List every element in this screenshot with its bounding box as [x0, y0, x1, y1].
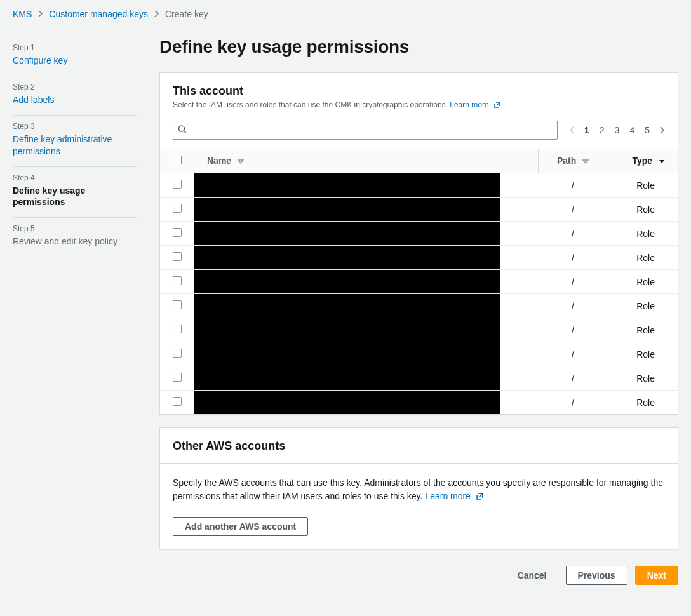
- cell-path: /: [538, 173, 608, 198]
- chevron-right-icon: [38, 9, 43, 19]
- sort-desc-icon: [659, 156, 665, 166]
- table-row: /Role: [160, 198, 678, 222]
- chevron-right-icon: [660, 126, 665, 134]
- page-number[interactable]: 2: [600, 125, 605, 135]
- page-next[interactable]: [660, 126, 665, 134]
- next-button[interactable]: Next: [635, 566, 678, 585]
- this-account-panel: This account Select the IAM users and ro…: [159, 72, 678, 415]
- previous-button[interactable]: Previous: [566, 566, 627, 585]
- cell-name: [194, 342, 538, 366]
- cell-name: [194, 246, 538, 270]
- step-label: Step 2: [13, 83, 137, 91]
- page-prev[interactable]: [569, 126, 574, 134]
- row-checkbox[interactable]: [173, 252, 182, 261]
- wizard-footer: Cancel Previous Next: [159, 562, 678, 594]
- breadcrumb-current: Create key: [165, 9, 208, 19]
- wizard-steps: Step 1 Configure key Step 2 Add labels S…: [13, 25, 137, 613]
- redacted-name: [194, 173, 500, 197]
- cell-path: /: [538, 246, 608, 270]
- row-checkbox[interactable]: [173, 300, 182, 309]
- cell-name: [194, 294, 538, 318]
- cell-type: Role: [608, 270, 678, 294]
- table-row: /Role: [160, 173, 678, 198]
- step-title: Define key administrative permissions: [13, 133, 137, 157]
- breadcrumb-kms[interactable]: KMS: [13, 9, 32, 19]
- select-all-checkbox[interactable]: [173, 156, 182, 164]
- cell-name: [194, 270, 538, 294]
- row-checkbox[interactable]: [173, 373, 182, 382]
- cell-path: /: [538, 270, 608, 294]
- row-checkbox[interactable]: [173, 325, 182, 333]
- row-checkbox[interactable]: [173, 180, 182, 189]
- chevron-left-icon: [569, 126, 574, 134]
- breadcrumb: KMS Customer managed keys Create key: [0, 0, 691, 25]
- search-input-wrap: [173, 121, 558, 140]
- external-link-icon: [493, 101, 501, 110]
- cell-type: Role: [608, 198, 678, 222]
- redacted-name: [194, 366, 500, 390]
- cell-type: Role: [608, 318, 678, 342]
- step-5: Step 5 Review and edit key policy: [13, 218, 137, 257]
- column-path[interactable]: Path: [538, 149, 608, 173]
- cell-path: /: [538, 222, 608, 246]
- table-row: /Role: [160, 294, 678, 318]
- cell-name: [194, 366, 538, 391]
- other-accounts-heading: Other AWS accounts: [173, 439, 665, 453]
- step-4: Step 4 Define key usage permissions: [13, 167, 137, 218]
- step-label: Step 5: [13, 224, 137, 233]
- column-type[interactable]: Type: [608, 149, 678, 173]
- step-title: Add labels: [13, 94, 137, 106]
- table-row: /Role: [160, 318, 678, 342]
- learn-more-link[interactable]: Learn more: [425, 491, 483, 501]
- learn-more-link[interactable]: Learn more: [450, 100, 501, 109]
- row-checkbox[interactable]: [173, 349, 182, 358]
- other-accounts-desc: Specify the AWS accounts that can use th…: [173, 476, 665, 504]
- step-1[interactable]: Step 1 Configure key: [13, 37, 137, 76]
- page-number[interactable]: 4: [629, 125, 634, 135]
- cell-type: Role: [608, 246, 678, 270]
- step-2[interactable]: Step 2 Add labels: [13, 76, 137, 116]
- step-3[interactable]: Step 3 Define key administrative permiss…: [13, 116, 137, 167]
- cancel-button[interactable]: Cancel: [506, 566, 558, 584]
- row-checkbox[interactable]: [173, 228, 182, 237]
- page-number[interactable]: 5: [645, 125, 650, 135]
- cell-type: Role: [608, 366, 678, 391]
- cell-path: /: [538, 294, 608, 318]
- cell-type: Role: [608, 294, 678, 318]
- cell-path: /: [538, 391, 608, 415]
- search-input[interactable]: [173, 121, 558, 140]
- cell-name: [194, 198, 538, 222]
- add-another-account-button[interactable]: Add another AWS account: [173, 517, 308, 536]
- cell-path: /: [538, 342, 608, 366]
- redacted-name: [194, 246, 500, 269]
- page-number[interactable]: 1: [584, 125, 589, 135]
- page-number[interactable]: 3: [615, 125, 620, 135]
- cell-name: [194, 222, 538, 246]
- iam-principals-table: Name Path Type /Role /Role /Role: [160, 149, 678, 414]
- table-row: /Role: [160, 222, 678, 246]
- table-row: /Role: [160, 342, 678, 366]
- column-name[interactable]: Name: [194, 149, 538, 173]
- row-checkbox[interactable]: [173, 204, 182, 213]
- cell-type: Role: [608, 173, 678, 198]
- redacted-name: [194, 270, 500, 293]
- pagination: 1 2 3 4 5: [569, 125, 665, 135]
- row-checkbox[interactable]: [173, 397, 182, 406]
- redacted-name: [194, 391, 500, 414]
- this-account-desc: Select the IAM users and roles that can …: [173, 100, 665, 110]
- cell-name: [194, 318, 538, 342]
- step-title: Configure key: [13, 55, 137, 67]
- cell-path: /: [538, 198, 608, 222]
- table-row: /Role: [160, 366, 678, 391]
- table-row: /Role: [160, 391, 678, 415]
- cell-type: Role: [608, 342, 678, 366]
- sort-icon: [582, 156, 589, 166]
- redacted-name: [194, 222, 500, 245]
- breadcrumb-customer-managed-keys[interactable]: Customer managed keys: [49, 9, 148, 19]
- redacted-name: [194, 318, 500, 342]
- page-title: Define key usage permissions: [159, 25, 678, 72]
- cell-path: /: [538, 318, 608, 342]
- table-row: /Role: [160, 246, 678, 270]
- row-checkbox[interactable]: [173, 276, 182, 285]
- step-label: Step 3: [13, 122, 137, 131]
